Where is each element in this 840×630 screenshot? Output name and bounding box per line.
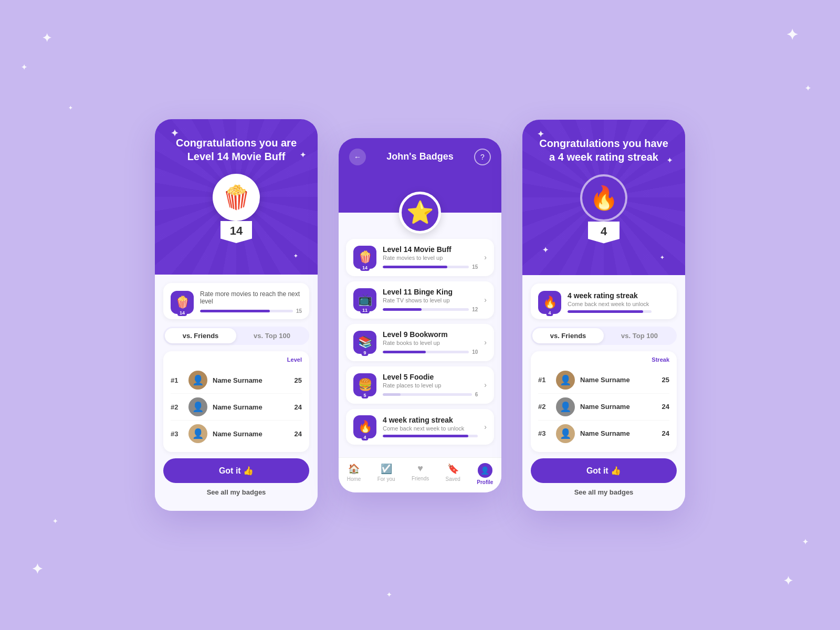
badge-info-3: Level 9 Bookworm Rate books to level up … <box>383 330 478 355</box>
badge-progress-fill-1 <box>383 266 447 268</box>
phone1-progress-bg <box>200 310 293 312</box>
list-item[interactable]: 🍿 14 Level 14 Movie Buff Rate movies to … <box>346 239 494 276</box>
phone3-fire-emoji: 🔥 <box>590 184 618 212</box>
phone1-header: ✦ ✦ ✦ Congratulations you areLevel 14 Mo… <box>155 119 318 275</box>
lb3-rank-2: #2 <box>538 403 551 411</box>
phone3-fire-badge: 🔥 <box>580 174 627 222</box>
badge-info-5: 4 week rating streak Come back next week… <box>383 416 478 437</box>
nav-item-saved[interactable]: 🔖 Saved <box>446 463 460 485</box>
lb-score-1: 25 <box>295 376 302 384</box>
sparkle-7: ✦ <box>52 518 58 525</box>
phone3-progress-fill <box>568 310 643 313</box>
phone3-tab-top100[interactable]: vs. Top 100 <box>604 328 675 343</box>
list-item[interactable]: 📺 11 Level 11 Binge King Rate TV shows t… <box>346 281 494 319</box>
nav-item-profile[interactable]: 👤 Profile <box>477 463 493 485</box>
h3-sparkle-3: ✦ <box>660 255 664 260</box>
list-item[interactable]: 📚 9 Level 9 Bookworm Rate books to level… <box>346 324 494 361</box>
lb-rank-1: #1 <box>171 376 183 384</box>
phone3-ribbon-number: 4 <box>601 225 607 238</box>
badge-mini-2: 📺 11 <box>353 288 376 311</box>
phone3-body: 🔥 4 4 week rating streak Come back next … <box>522 275 685 511</box>
nav-item-home[interactable]: 🏠 Home <box>347 463 361 485</box>
badge-progress-2: 12 <box>383 307 478 312</box>
sparkle-3: ✦ <box>68 105 72 111</box>
badge-max-2: 12 <box>472 307 478 312</box>
badge-title-3: Level 9 Bookworm <box>383 330 478 339</box>
badge-title-1: Level 14 Movie Buff <box>383 245 478 254</box>
phone1-badge-circle: 🍿 <box>213 174 260 221</box>
phone1-got-it-button[interactable]: Got it 👍 <box>163 458 309 483</box>
badge-progress-bg-3 <box>383 351 469 353</box>
list-item[interactable]: 🍔 5 Level 5 Foodie Rate places to level … <box>346 366 494 404</box>
lb3-score-2: 24 <box>662 403 669 411</box>
nav-label-friends: Friends <box>412 476 429 481</box>
badge-mini-4: 🍔 5 <box>353 373 376 396</box>
badge-progress-fill-3 <box>383 351 426 353</box>
badge-emoji-5: 🔥 <box>358 420 372 434</box>
foryou-icon: ☑️ <box>381 463 392 475</box>
nav-label-foryou: For you <box>377 476 395 482</box>
badge-progress-fill-5 <box>383 435 468 437</box>
badge-progress-bg-5 <box>383 435 478 437</box>
phone1-tab-top100[interactable]: vs. Top 100 <box>236 328 308 343</box>
chevron-icon-2: › <box>484 296 487 304</box>
badge-sub-5: Come back next week to unlock <box>383 425 478 432</box>
badge-max-4: 6 <box>475 392 478 397</box>
phone3-tab-friends[interactable]: vs. Friends <box>532 328 604 343</box>
table-row: #3 👤 Name Surname 24 <box>171 421 302 447</box>
badge-progress-1: 15 <box>383 264 478 270</box>
phone1-progress-fill <box>200 310 270 312</box>
phone3-streak-emoji: 🔥 <box>543 296 557 309</box>
nav-label-saved: Saved <box>446 476 460 482</box>
back-button[interactable]: ← <box>349 149 366 165</box>
home-icon: 🏠 <box>348 463 360 475</box>
phone1-progress-text: Rate more movies to reach the next level <box>200 290 302 305</box>
badge-progress-5 <box>383 435 478 437</box>
phone2-card: ← John's Badges ? ⭐ 🍿 14 Level 14 Movie … <box>339 138 501 492</box>
badge-progress-bg-1 <box>383 266 469 268</box>
nav-item-foryou[interactable]: ☑️ For you <box>377 463 395 485</box>
badge-sub-1: Rate movies to level up <box>383 255 478 261</box>
phone1-badge-number: 14 <box>230 224 243 238</box>
phone1-lb-header: Level <box>171 356 302 363</box>
table-row: #2 👤 Name Surname 24 <box>171 394 302 421</box>
lb3-rank-1: #1 <box>538 376 551 384</box>
phone1-level-name: Level 14 Movie Buff <box>187 151 286 162</box>
phone3-got-it-button[interactable]: Got it 👍 <box>531 458 677 483</box>
badge-progress-3: 10 <box>383 349 478 355</box>
phone1-progress-card: 🍿 14 Rate more movies to reach the next … <box>163 283 309 319</box>
star-badge-wrap: ⭐ <box>399 192 441 234</box>
help-button[interactable]: ? <box>474 149 491 165</box>
lb-name-1: Name Surname <box>213 376 289 384</box>
phone3-lb-header: Streak <box>538 356 669 363</box>
lb3-score-1: 25 <box>662 376 669 384</box>
badge-info-2: Level 11 Binge King Rate TV shows to lev… <box>383 288 478 312</box>
phone1-level-info: Rate more movies to reach the next level… <box>200 290 302 314</box>
phone1-leaderboard: Level #1 👤 Name Surname 25 #2 👤 Name Sur… <box>163 351 309 452</box>
phone1-tabs: vs. Friends vs. Top 100 <box>163 327 309 345</box>
phone3-streak-mini: 🔥 4 <box>538 291 561 314</box>
table-row: #3 👤 Name Surname 24 <box>538 421 669 447</box>
phone3-header: ✦ ✦ ✦ ✦ Congratulations you havea 4 week… <box>522 120 685 275</box>
avatar-3: 👤 <box>188 424 207 443</box>
phone1-tab-friends[interactable]: vs. Friends <box>165 328 236 343</box>
chevron-icon-5: › <box>484 423 487 431</box>
lb-name-3: Name Surname <box>213 430 289 438</box>
phone3-progress-bg <box>568 310 652 313</box>
phone3-see-all-link[interactable]: See all my badges <box>531 488 677 496</box>
profile-avatar-icon: 👤 <box>478 463 492 478</box>
saved-icon: 🔖 <box>447 463 459 475</box>
phone3-card: ✦ ✦ ✦ ✦ Congratulations you havea 4 week… <box>522 120 685 511</box>
phone1-card: ✦ ✦ ✦ Congratulations you areLevel 14 Mo… <box>155 119 318 511</box>
sparkle-6: ✦ <box>32 561 43 578</box>
phone1-congrats-title: Congratulations you areLevel 14 Movie Bu… <box>167 136 305 163</box>
list-item[interactable]: 🔥 4 4 week rating streak Come back next … <box>346 409 494 445</box>
badge-max-1: 15 <box>472 264 478 270</box>
badge-num-3: 9 <box>361 350 368 356</box>
nav-item-friends[interactable]: ♥ Friends <box>412 463 429 485</box>
badge-mini-5: 🔥 4 <box>353 415 376 438</box>
lb3-name-3: Name Surname <box>580 429 657 437</box>
phone3-ribbon: 4 <box>588 222 620 244</box>
phone1-see-all-link[interactable]: See all my badges <box>163 488 309 496</box>
phone3-streak-info: 4 week rating streak Come back next week… <box>568 291 652 313</box>
